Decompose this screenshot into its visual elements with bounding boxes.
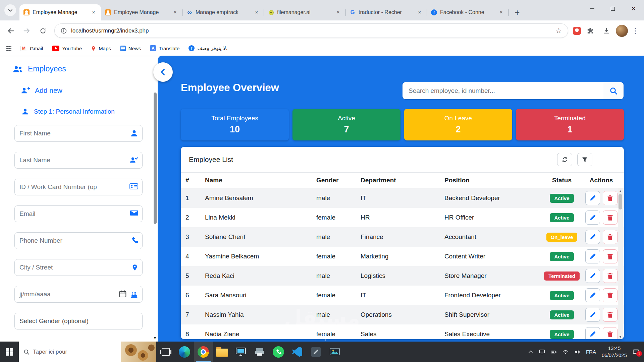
downloads-icon[interactable] — [600, 24, 613, 38]
browser-menu-icon[interactable] — [631, 26, 640, 35]
gender-field-wrap: Select Gender (optional) — [14, 313, 143, 329]
edit-button[interactable] — [585, 269, 600, 283]
edit-button[interactable] — [585, 249, 600, 263]
browser-tab-traductor[interactable]: traductor - Recher — [345, 4, 427, 20]
bookmark-gmail[interactable]: Gmail — [20, 46, 43, 51]
gender-select[interactable]: Select Gender (optional) — [14, 313, 143, 329]
extensions-icon[interactable] — [584, 24, 597, 38]
phone-input[interactable] — [14, 232, 143, 249]
task-view-button[interactable] — [156, 342, 175, 362]
tab-search-button[interactable] — [4, 4, 16, 16]
tab-close-icon[interactable] — [335, 9, 341, 16]
delete-button[interactable] — [603, 230, 618, 244]
page-title: Employee Overview — [181, 82, 279, 94]
refresh-button[interactable] — [557, 153, 572, 166]
edit-button[interactable] — [585, 191, 600, 205]
tab-close-icon[interactable] — [253, 9, 260, 16]
delete-button[interactable] — [603, 327, 618, 339]
address-bar[interactable]: localhost/usrmngr2/index3.php — [54, 23, 568, 38]
app-icon-chrome[interactable] — [194, 342, 213, 362]
table-scrollbar[interactable] — [618, 188, 623, 339]
close-button[interactable] — [623, 0, 644, 17]
infinity-favicon — [186, 9, 193, 15]
bookmark-star-icon[interactable] — [555, 27, 562, 35]
collapse-sidebar-button[interactable] — [153, 62, 173, 82]
edit-button[interactable] — [585, 230, 600, 244]
bookmark-youtube[interactable]: YouTube — [52, 46, 82, 51]
search-highlight-image[interactable] — [121, 342, 156, 362]
tab-close-icon[interactable] — [416, 9, 423, 16]
profile-avatar[interactable] — [616, 25, 628, 37]
new-tab-button[interactable] — [511, 6, 523, 18]
tab-close-icon[interactable] — [172, 9, 178, 16]
app-icon-desktop[interactable] — [231, 342, 250, 362]
maximize-button[interactable] — [602, 0, 623, 17]
bookmark-maps[interactable]: Maps — [91, 45, 111, 52]
site-info-icon[interactable] — [61, 28, 67, 34]
forward-button[interactable] — [20, 24, 34, 38]
app-icon-file-explorer[interactable] — [213, 342, 231, 362]
reload-button[interactable] — [36, 24, 50, 38]
tray-battery-icon[interactable] — [551, 349, 557, 355]
tray-wifi-icon[interactable] — [562, 349, 569, 355]
first-name-input[interactable] — [14, 125, 143, 142]
sidebar-item-employees[interactable]: Employees — [13, 64, 66, 73]
filter-button[interactable] — [577, 153, 592, 166]
edit-button[interactable] — [585, 327, 600, 339]
cell-position: HR Officer — [444, 214, 540, 221]
delete-button[interactable] — [603, 269, 618, 283]
delete-button[interactable] — [603, 249, 618, 263]
app-icon-whatsapp[interactable] — [269, 342, 288, 362]
taskbar-search[interactable] — [19, 342, 156, 362]
language-indicator[interactable]: FRA — [586, 349, 596, 355]
adblock-extension-icon[interactable] — [573, 27, 581, 35]
delete-button[interactable] — [603, 308, 618, 322]
apps-grid-icon[interactable] — [6, 46, 11, 51]
browser-tab-manage-emptrack[interactable]: Manage emptrack — [182, 4, 264, 20]
scroll-down-icon[interactable] — [618, 334, 623, 339]
app-icon-photos[interactable] — [325, 342, 344, 362]
tab-close-icon[interactable] — [90, 9, 97, 16]
scroll-up-icon[interactable] — [618, 188, 623, 193]
sidebar-item-add-new[interactable]: Add new — [21, 86, 62, 95]
browser-tab-facebook[interactable]: Facebook - Conne — [427, 4, 508, 20]
cell-gender: male — [316, 311, 361, 318]
employee-search-input[interactable] — [402, 82, 603, 99]
id-number-input[interactable] — [14, 179, 143, 195]
delete-button[interactable] — [603, 191, 618, 205]
browser-tab-employee-manager-2[interactable]: Employee Manage — [101, 4, 182, 20]
browser-tab-employee-manager-1[interactable]: Employee Manage — [19, 4, 101, 20]
clock[interactable]: 13:45 06/07/2025 — [602, 345, 627, 359]
table-scrollbar-thumb[interactable] — [619, 194, 622, 209]
notification-center-icon[interactable]: 1 — [633, 349, 639, 355]
bookmark-news[interactable]: News — [120, 46, 141, 51]
back-button[interactable] — [4, 24, 17, 38]
edit-button[interactable] — [585, 288, 600, 302]
taskbar-search-input[interactable] — [33, 349, 103, 355]
sidebar-item-step1[interactable]: Step 1: Personal Information — [21, 108, 115, 115]
email-input[interactable] — [14, 205, 143, 222]
delete-button[interactable] — [603, 288, 618, 302]
minimize-button[interactable] — [582, 0, 602, 17]
sidebar-scrollbar-thumb[interactable] — [154, 93, 157, 224]
app-icon-device[interactable] — [250, 342, 269, 362]
bookmark-facebook[interactable]: لا يتوفر وصف. — [189, 45, 227, 51]
bookmark-translate[interactable]: Translate — [150, 45, 179, 51]
tab-close-icon[interactable] — [498, 9, 504, 16]
edit-button[interactable] — [585, 210, 600, 225]
tray-display-icon[interactable] — [539, 349, 545, 355]
calendar-icon[interactable] — [119, 290, 126, 298]
start-button[interactable] — [0, 342, 19, 362]
app-icon-tool[interactable] — [307, 342, 325, 362]
edit-button[interactable] — [585, 308, 600, 322]
browser-tab-filemanager[interactable]: filemanager.ai — [264, 4, 345, 20]
sidebar-scroll-down-icon[interactable] — [153, 336, 157, 340]
delete-button[interactable] — [603, 210, 618, 225]
city-input[interactable] — [14, 259, 143, 276]
tray-expand-icon[interactable] — [528, 349, 533, 355]
app-icon-edge[interactable] — [175, 342, 194, 362]
search-button[interactable] — [603, 82, 624, 99]
last-name-input[interactable] — [14, 152, 143, 169]
tray-volume-icon[interactable] — [574, 349, 580, 355]
app-icon-vscode[interactable] — [288, 342, 307, 362]
